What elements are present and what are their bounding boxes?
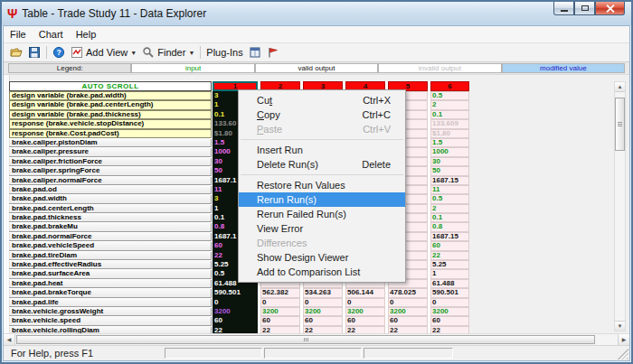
table-cell[interactable]: 60 xyxy=(430,241,469,250)
row-label[interactable]: brake.caliper.normalForce xyxy=(9,176,212,185)
table-cell[interactable]: 0.1 xyxy=(430,110,469,119)
row-label[interactable]: brake.pad.tireDiam xyxy=(9,251,212,260)
row-label[interactable]: brake.pad.normalForce xyxy=(9,232,212,241)
close-button[interactable] xyxy=(595,2,625,15)
table-cell[interactable]: 22 xyxy=(303,326,343,333)
plugins-button[interactable]: Plug-Ins xyxy=(203,46,245,59)
row-label[interactable]: brake.caliper.frictionForce xyxy=(9,157,212,166)
table-cell[interactable]: 22 xyxy=(260,326,300,333)
context-menu-item-add-to-comparison-list[interactable]: Add to Comparison List xyxy=(239,265,405,279)
context-menu-item-copy[interactable]: CopyCtrl+C xyxy=(239,107,405,122)
table-cell[interactable]: 3200 xyxy=(430,307,469,316)
table-cell[interactable]: 1687.15 xyxy=(430,232,469,241)
finder-button[interactable]: Finder ▼ xyxy=(139,45,197,60)
context-menu-item-rerun-failed-run-s[interactable]: Rerun Failed Run(s) xyxy=(239,207,405,221)
table-cell[interactable]: 60 xyxy=(430,316,469,325)
row-label[interactable]: brake.pad.centerLength xyxy=(9,204,212,213)
context-menu-item-cut[interactable]: CutCtrl+X xyxy=(239,93,405,107)
table-cell[interactable]: 0 xyxy=(345,298,385,307)
table-cell[interactable]: 0.1 xyxy=(430,213,469,222)
menu-file[interactable]: File xyxy=(4,27,33,42)
table-cell[interactable]: 0 xyxy=(388,298,428,307)
table-cell[interactable]: 22 xyxy=(388,326,428,333)
row-label[interactable]: brake.caliper.springForce xyxy=(9,166,212,175)
row-label[interactable]: design variable (brake.pad.centerLength) xyxy=(9,100,212,109)
table-cell[interactable]: 0 xyxy=(213,298,258,307)
row-label[interactable]: brake.pad.heat xyxy=(9,279,212,288)
row-label[interactable]: design variable (brake.pad.thickness) xyxy=(9,110,212,119)
table-cell[interactable]: 22 xyxy=(213,326,258,333)
context-menu-item-rerun-run-s[interactable]: Rerun Run(s) xyxy=(239,192,405,207)
row-label[interactable]: brake.vehicle.speed xyxy=(9,316,212,325)
add-view-button[interactable]: Add View ▼ xyxy=(68,45,139,60)
column-header-6[interactable]: 6 xyxy=(430,81,469,91)
table-cell[interactable]: 22 xyxy=(345,326,385,333)
table-cell[interactable]: 3200 xyxy=(260,307,300,316)
table-cell[interactable]: $1.80 xyxy=(430,129,469,138)
row-label[interactable]: brake.pad.brakeMu xyxy=(9,222,212,231)
row-label[interactable]: brake.pad.life xyxy=(9,298,212,307)
table-cell[interactable]: 1000 xyxy=(430,147,469,156)
row-label[interactable]: brake.pad.effectiveRadius xyxy=(9,260,212,269)
table-cell[interactable]: 0.5 xyxy=(430,91,469,100)
row-label[interactable]: brake.pad.vehicleSpeed xyxy=(9,241,212,250)
horizontal-scrollbar[interactable]: ◀ ▶ xyxy=(4,333,629,345)
context-menu-item-insert-run[interactable]: Insert Run xyxy=(239,143,405,157)
table-cell[interactable]: 11 xyxy=(430,185,469,194)
row-label[interactable]: brake.pad.od xyxy=(9,185,212,194)
table-cell[interactable]: 3200 xyxy=(388,307,428,316)
table-cell[interactable]: 60 xyxy=(388,316,428,325)
row-label[interactable]: response (brake.vehicle.stopDistance) xyxy=(9,119,212,128)
table-cell[interactable]: 590.501 xyxy=(430,288,469,297)
table-cell[interactable]: 61.488 xyxy=(430,279,469,288)
resize-grip[interactable] xyxy=(618,349,628,359)
menu-chart[interactable]: Chart xyxy=(33,27,70,42)
table-cell[interactable]: 0.5 xyxy=(430,194,469,203)
table-cell[interactable]: 5.25 xyxy=(430,260,469,269)
table-cell[interactable]: 50 xyxy=(430,166,469,175)
help-button[interactable]: ? xyxy=(50,45,68,60)
vertical-scrollbar[interactable]: ▲ ▼ xyxy=(614,81,626,331)
scroll-right-icon[interactable]: ▶ xyxy=(618,334,629,345)
row-label[interactable]: brake.pad.width xyxy=(9,194,212,203)
table-cell[interactable]: 590.501 xyxy=(213,288,258,297)
table-cell[interactable]: 0 xyxy=(303,298,343,307)
row-label[interactable]: response (brake.Cost.padCost) xyxy=(9,129,212,138)
table-cell[interactable]: 534.263 xyxy=(303,288,343,297)
horizontal-scrollbar-thumb[interactable] xyxy=(16,335,595,344)
plugins-window-button[interactable] xyxy=(246,45,264,60)
table-cell[interactable]: 22 xyxy=(430,251,469,260)
minimize-button[interactable] xyxy=(553,2,574,15)
row-label[interactable]: design variable (brake.pad.width) xyxy=(9,91,212,100)
open-button[interactable] xyxy=(7,45,25,60)
table-cell[interactable]: 0 xyxy=(260,298,300,307)
table-cell[interactable]: 30 xyxy=(430,157,469,166)
scroll-down-icon[interactable]: ▼ xyxy=(615,321,625,331)
maximize-button[interactable] xyxy=(574,2,595,15)
table-cell[interactable]: 1 xyxy=(430,269,469,278)
row-label[interactable]: brake.pad.brakeTorque xyxy=(9,288,212,297)
table-cell[interactable]: 22 xyxy=(430,326,469,333)
context-menu-item-show-design-viewer[interactable]: Show Design Viewer xyxy=(239,250,405,265)
table-cell[interactable]: 3200 xyxy=(345,307,385,316)
context-menu-item-restore-run-values[interactable]: Restore Run Values xyxy=(239,178,405,192)
table-cell[interactable]: 60 xyxy=(303,316,343,325)
table-cell[interactable]: 1687.15 xyxy=(430,176,469,185)
row-label[interactable]: brake.caliper.pressure xyxy=(9,147,212,156)
table-cell[interactable]: 60 xyxy=(345,316,385,325)
table-cell[interactable]: 2 xyxy=(430,100,469,109)
row-label[interactable]: brake.pad.surfaceArea xyxy=(9,269,212,278)
table-cell[interactable]: 3200 xyxy=(213,307,258,316)
table-cell[interactable]: 60 xyxy=(213,316,258,325)
row-label[interactable]: brake.pad.thickness xyxy=(9,213,212,222)
vertical-scrollbar-thumb[interactable] xyxy=(615,98,625,151)
table-cell[interactable]: 0.8 xyxy=(430,222,469,231)
scroll-left-icon[interactable]: ◀ xyxy=(4,334,15,345)
table-cell[interactable]: 1.5 xyxy=(430,138,469,147)
save-button[interactable] xyxy=(25,45,43,60)
context-menu-item-view-error[interactable]: View Error xyxy=(239,221,405,236)
table-cell[interactable]: 133.609 xyxy=(430,119,469,128)
table-cell[interactable]: 3200 xyxy=(303,307,343,316)
table-cell[interactable]: 506.144 xyxy=(345,288,385,297)
row-label[interactable]: brake.vehicle.grossWeight xyxy=(9,307,212,316)
